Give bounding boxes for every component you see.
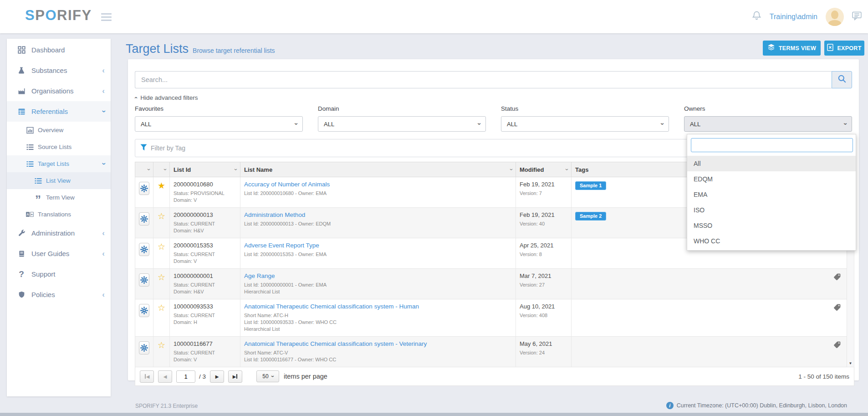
caret-up-icon: ‹ [133, 97, 139, 98]
list-name-link[interactable]: Age Range [244, 272, 512, 279]
terms-view-button[interactable]: TERMS VIEW [763, 41, 821, 56]
info-icon: i [666, 402, 674, 409]
last-page-button[interactable]: ▶ [228, 370, 242, 383]
row-settings-gear-button[interactable] [139, 341, 149, 354]
table-row: ☆ 100000093533 Status: CURRENT Domain: H… [135, 299, 847, 337]
column-menu-chevron-icon[interactable]: ‹ [162, 169, 168, 170]
favourite-star-icon[interactable]: ☆ [158, 242, 165, 252]
list-name-link[interactable]: Anatomical Therapeutic Chemical classifi… [244, 303, 512, 310]
first-page-button[interactable]: ◀ [140, 370, 154, 383]
sidebar-item-user-guides[interactable]: User Guides ‹ [7, 243, 111, 264]
owners-option-iso[interactable]: ISO [687, 202, 856, 218]
owners-option-who-cc[interactable]: WHO CC [687, 233, 856, 249]
owners-dropdown-panel: AllEDQMEMAISOMSSOWHO CC [687, 134, 856, 251]
export-button[interactable]: EXPORT [824, 41, 864, 56]
sidebar-item-translations[interactable]: A★ Translations ‹ [7, 206, 111, 223]
notifications-bell-icon[interactable] [752, 10, 761, 23]
owners-option-ema[interactable]: EMA [687, 187, 856, 202]
owners-option-msso[interactable]: MSSO [687, 218, 856, 233]
column-header[interactable]: List Id ‹ [170, 162, 240, 177]
avatar[interactable] [826, 8, 844, 26]
owners-select[interactable]: ALL ‹ [684, 116, 852, 132]
row-settings-gear-button[interactable] [139, 212, 149, 226]
search-button[interactable] [832, 71, 852, 88]
user-menu[interactable]: Training\admin [770, 13, 817, 21]
favourites-filter-label: Favourites [135, 105, 303, 112]
column-header-label: Tags [575, 166, 588, 173]
domain-filter-label: Domain [318, 105, 486, 112]
column-header[interactable]: Modified ‹ [516, 162, 572, 177]
list-meta-line: Hierarchical List [244, 288, 512, 295]
column-header[interactable]: ‹ [135, 162, 153, 177]
sidebar-item-list-view[interactable]: List View ‹ [7, 172, 111, 189]
list-name-link[interactable]: Administration Method [244, 211, 512, 218]
page-size-select[interactable]: 50 ‹ [256, 370, 279, 382]
list-meta-line: List Id: 100000093533 - Owner: WHO CC [244, 319, 512, 326]
row-settings-gear-button[interactable] [139, 243, 149, 256]
sidebar-item-label: Overview [38, 127, 102, 134]
owners-option-all[interactable]: All [687, 156, 856, 171]
column-header-label: List Name [244, 166, 272, 173]
favourite-star-icon[interactable]: ☆ [158, 211, 165, 221]
sidebar-item-overview[interactable]: Overview ‹ [7, 122, 111, 139]
previous-page-button[interactable]: ◀ [158, 370, 172, 383]
sidebar-item-dashboard[interactable]: Dashboard ‹ [7, 40, 111, 60]
column-menu-chevron-icon[interactable]: ‹ [232, 169, 239, 170]
page-number-input[interactable] [176, 370, 195, 383]
sidebar-item-organisations[interactable]: Organisations ‹ [7, 81, 111, 101]
sidebar-item-policies[interactable]: Policies ‹ [7, 284, 111, 305]
column-menu-chevron-icon[interactable]: ‹ [508, 169, 514, 170]
column-header[interactable]: ‹ [153, 162, 170, 177]
modified-date: Feb 19, 2021 [520, 211, 567, 218]
sidebar-item-source-lists[interactable]: Source Lists ‹ [7, 139, 111, 155]
list-id: 100000000001 [174, 272, 236, 279]
favourite-star-icon[interactable]: ★ [158, 181, 165, 190]
favourite-star-icon[interactable]: ☆ [158, 272, 165, 282]
favourite-star-icon[interactable]: ☆ [158, 303, 165, 313]
search-input[interactable] [135, 71, 832, 88]
next-page-button[interactable]: ▶ [210, 370, 224, 383]
app-version-label: SPORIFY 21.3 Enterprise [135, 403, 198, 409]
chevron-down-icon: ‹ [842, 123, 849, 125]
sidebar-item-target-lists[interactable]: Target Lists ‹ [7, 155, 111, 172]
chevron-icon: ‹ [100, 163, 107, 165]
list-status: Status: CURRENT [174, 312, 236, 319]
timezone-status: i Current Timezone: (UTC+00:00) Dublin, … [666, 402, 847, 409]
favourites-select[interactable]: ALL ‹ [135, 116, 303, 132]
tag-badge: Sample 1 [575, 181, 606, 190]
hide-advanced-filters-toggle[interactable]: ‹ Hide advanced filters [135, 94, 198, 101]
sidebar-item-referentials[interactable]: Referentials ‹ [7, 101, 111, 122]
row-settings-gear-button[interactable] [139, 304, 149, 317]
list-id: 200000010680 [174, 181, 236, 188]
owners-dropdown-search-input[interactable] [691, 138, 853, 152]
sidebar-item-label: Substances [31, 67, 102, 74]
column-menu-chevron-icon[interactable]: ‹ [563, 169, 570, 170]
chevron-down-icon: ‹ [659, 123, 666, 125]
owners-option-edqm[interactable]: EDQM [687, 171, 856, 187]
status-select[interactable]: ALL ‹ [501, 116, 669, 132]
feedback-chat-icon[interactable] [852, 11, 862, 22]
sidebar-item-term-view[interactable]: ” Term View ‹ [7, 189, 111, 206]
scroll-down-icon[interactable]: ▼ [847, 361, 854, 365]
sidebar-item-substances[interactable]: Substances ‹ [7, 60, 111, 81]
domain-select[interactable]: ALL ‹ [318, 116, 486, 132]
menu-toggle-icon[interactable] [101, 13, 112, 23]
sidebar-item-label: Support [31, 270, 102, 278]
favourite-star-icon[interactable]: ☆ [158, 340, 165, 350]
row-settings-gear-button[interactable] [139, 182, 149, 195]
sidebar-item-support[interactable]: ? Support ‹ [7, 264, 111, 284]
top-bar: SPORIFY Training\admin [0, 0, 868, 33]
row-settings-gear-button[interactable] [139, 273, 149, 287]
list-name-link[interactable]: Adverse Event Report Type [244, 242, 512, 249]
list-name-link[interactable]: Accuracy of Number of Animals [244, 181, 512, 188]
column-header[interactable]: List Name ‹ [240, 162, 516, 177]
list-name-link[interactable]: Anatomical Therapeutic Chemical classifi… [244, 340, 512, 347]
barchart-icon [26, 126, 34, 134]
version-label: Version: 24 [520, 349, 567, 356]
content-card: ‹ Hide advanced filters Favourites ALL ‹… [128, 59, 859, 380]
sidebar-item-label: Source Lists [38, 144, 102, 150]
modified-date: Mar 7, 2021 [520, 272, 567, 279]
column-menu-chevron-icon[interactable]: ‹ [145, 169, 152, 170]
version-label: Version: 27 [520, 282, 567, 288]
sidebar-item-administration[interactable]: Administration ‹ [7, 223, 111, 243]
